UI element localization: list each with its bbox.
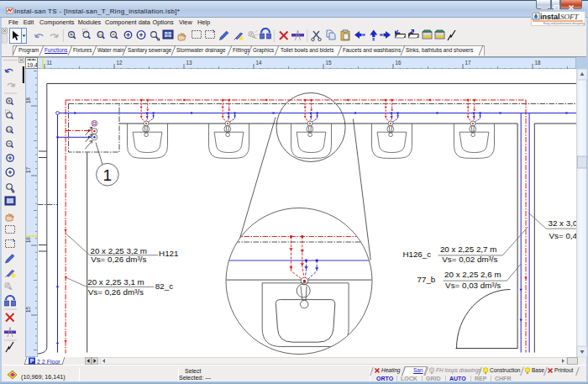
svg-text:H126_c: H126_c <box>402 250 431 259</box>
svg-text:Easy and professional designin: Easy and professional designing <box>543 22 585 25</box>
svg-text:Vs= 0,26 dm³/s: Vs= 0,26 dm³/s <box>91 255 146 264</box>
svg-text:2 2 Floor: 2 2 Floor <box>37 359 60 365</box>
svg-text:P: P <box>30 358 34 364</box>
svg-text:20 x 2,25 3,2 m: 20 x 2,25 3,2 m <box>91 246 148 255</box>
svg-text:15: 15 <box>326 60 333 66</box>
svg-text:14: 14 <box>256 60 263 66</box>
svg-text:instal: instal <box>540 13 560 21</box>
svg-text:20 x 2,25 2,6 m: 20 x 2,25 2,6 m <box>444 270 501 279</box>
svg-text:H121: H121 <box>159 249 178 258</box>
svg-text:77_b: 77_b <box>417 275 436 284</box>
svg-text:12: 12 <box>117 60 123 66</box>
svg-text:32 x 3,0 6,4 m: 32 x 3,0 6,4 m <box>549 218 577 228</box>
svg-text:18: 18 <box>26 97 31 103</box>
svg-text:16: 16 <box>396 60 402 66</box>
svg-text:Vs= 0,26 dm³/s: Vs= 0,26 dm³/s <box>88 287 144 297</box>
svg-text:11: 11 <box>47 60 53 66</box>
svg-text:1:1: 1:1 <box>98 33 103 37</box>
svg-text:19,4: 19,4 <box>27 62 37 68</box>
svg-text:Vs= 0,41 dm³/s: Vs= 0,41 dm³/s <box>549 231 577 240</box>
svg-text:82_c: 82_c <box>155 281 173 291</box>
svg-text:13: 13 <box>186 60 193 66</box>
svg-text:1:1: 1:1 <box>7 128 12 132</box>
svg-text:15: 15 <box>26 306 31 313</box>
svg-text:1: 1 <box>103 166 113 184</box>
svg-text:Vs= 0,03 dm³/s: Vs= 0,03 dm³/s <box>445 281 501 290</box>
svg-text:16: 16 <box>26 236 31 243</box>
svg-text:17: 17 <box>465 60 472 66</box>
svg-text:SOFT: SOFT <box>560 13 579 21</box>
svg-text:20 x 2,25 2,7 m: 20 x 2,25 2,7 m <box>440 245 497 254</box>
svg-text:18: 18 <box>535 60 542 66</box>
svg-text:Vs= 0,02 dm³/s: Vs= 0,02 dm³/s <box>442 255 497 264</box>
svg-text:17: 17 <box>26 166 31 173</box>
svg-text:20 x 2,25 3,1 m: 20 x 2,25 3,1 m <box>87 277 144 287</box>
